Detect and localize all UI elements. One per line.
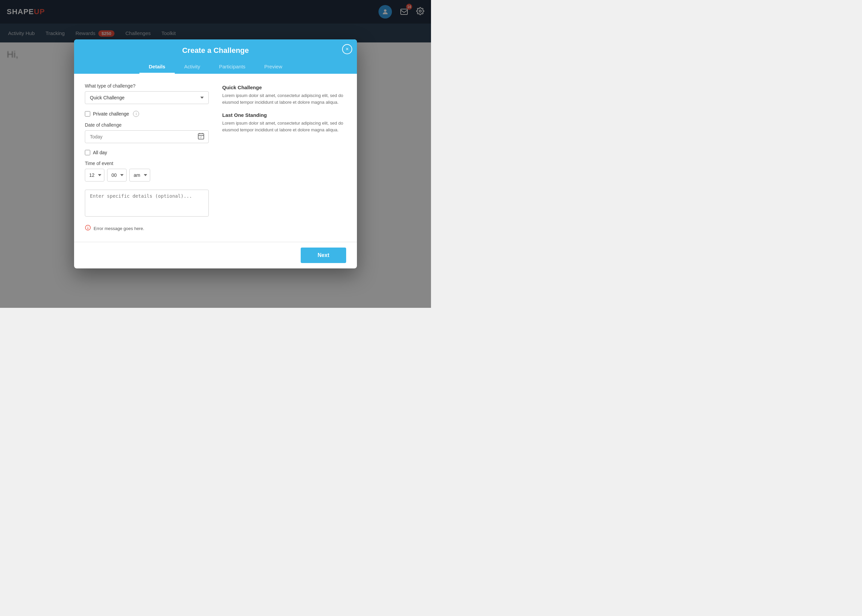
svg-point-10 <box>88 228 88 229</box>
challenge-type-label: What type of challenge? <box>85 83 209 89</box>
modal-title: Create a Challenge <box>82 46 349 55</box>
modal-footer: Next <box>74 242 357 269</box>
date-group: Date of challenge 17 <box>85 122 209 143</box>
error-text: Error message goes here. <box>94 226 144 231</box>
time-group: Time of event 12 123 00 153045 am pm <box>85 161 209 182</box>
modal-header: Create a Challenge × Details Activity Pa… <box>74 39 357 74</box>
error-icon <box>85 225 91 233</box>
next-button[interactable]: Next <box>301 248 346 263</box>
minute-select[interactable]: 00 153045 <box>107 169 127 182</box>
hour-select[interactable]: 12 123 <box>85 169 104 182</box>
private-challenge-label: Private challenge <box>93 111 129 116</box>
all-day-row: All day <box>85 150 209 155</box>
info-panel: Quick Challenge Lorem ipsum dolor sit am… <box>222 83 346 233</box>
modal-overlay[interactable]: Create a Challenge × Details Activity Pa… <box>0 0 431 308</box>
close-button[interactable]: × <box>342 44 352 54</box>
time-label: Time of event <box>85 161 209 166</box>
tab-participants[interactable]: Participants <box>209 60 254 74</box>
form-left: What type of challenge? Quick Challenge … <box>85 83 209 233</box>
all-day-checkbox[interactable] <box>85 150 90 155</box>
info-icon[interactable]: i <box>133 111 139 117</box>
ampm-select[interactable]: am pm <box>129 169 150 182</box>
private-challenge-row: Private challenge i <box>85 111 209 117</box>
challenge-type-select[interactable]: Quick Challenge Last One Standing Steps … <box>85 91 209 104</box>
quick-challenge-title: Quick Challenge <box>222 85 346 90</box>
tab-preview[interactable]: Preview <box>255 60 292 74</box>
modal-tabs: Details Activity Participants Preview <box>82 60 349 74</box>
tab-activity[interactable]: Activity <box>175 60 210 74</box>
last-one-standing-desc: Lorem ipsum dolor sit amet, consectetur … <box>222 120 346 133</box>
time-row: 12 123 00 153045 am pm <box>85 169 209 182</box>
private-challenge-checkbox[interactable] <box>85 111 90 116</box>
quick-challenge-desc: Lorem ipsum dolor sit amet, consectetur … <box>222 92 346 105</box>
details-group <box>85 188 209 218</box>
modal-body: What type of challenge? Quick Challenge … <box>74 74 357 242</box>
date-input[interactable] <box>85 130 209 143</box>
create-challenge-modal: Create a Challenge × Details Activity Pa… <box>74 39 357 269</box>
error-row: Error message goes here. <box>85 225 209 233</box>
last-one-standing-title: Last One Standing <box>222 112 346 118</box>
all-day-label: All day <box>93 150 107 155</box>
date-label: Date of challenge <box>85 122 209 128</box>
challenge-type-group: What type of challenge? Quick Challenge … <box>85 83 209 104</box>
details-textarea[interactable] <box>85 190 209 217</box>
tab-details[interactable]: Details <box>140 60 175 74</box>
date-input-wrap: 17 <box>85 130 209 143</box>
